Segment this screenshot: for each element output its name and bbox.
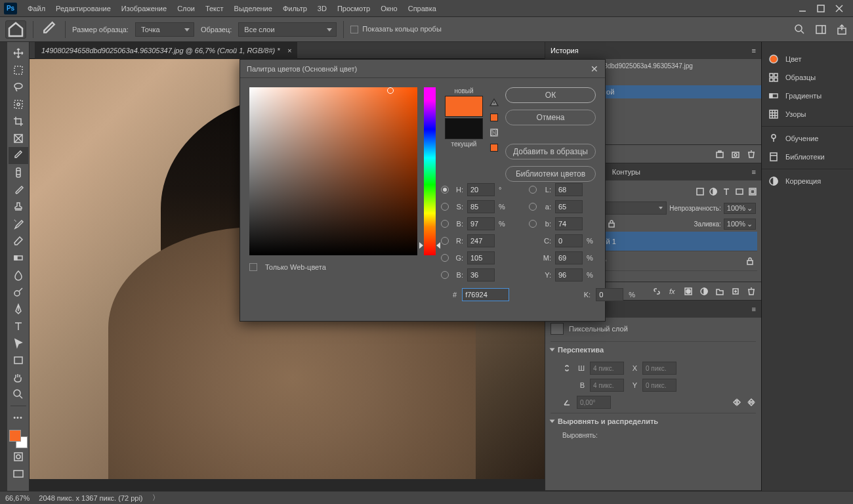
opacity-input[interactable]: 100%⌄: [724, 203, 756, 214]
link-dims-icon[interactable]: [562, 364, 572, 373]
menu-3d[interactable]: 3D: [312, 2, 332, 15]
filter-type-icon[interactable]: [722, 187, 731, 196]
menu-view[interactable]: Просмотр: [332, 2, 375, 15]
healing-tool[interactable]: [9, 164, 28, 181]
eraser-tool[interactable]: [9, 232, 28, 249]
dodge-tool[interactable]: [9, 284, 28, 301]
gamut-color-swatch[interactable]: [490, 114, 498, 121]
zoom-tool[interactable]: [9, 386, 28, 403]
k-input[interactable]: [596, 288, 623, 301]
blur-tool[interactable]: [9, 266, 28, 284]
quick-select-tool[interactable]: [9, 96, 28, 113]
g-radio[interactable]: [441, 254, 449, 262]
bri-radio[interactable]: [441, 220, 449, 228]
flip-h-icon[interactable]: [732, 398, 741, 407]
rail-learn[interactable]: Обучение: [762, 129, 853, 148]
angle-input[interactable]: [577, 396, 611, 409]
rail-patterns[interactable]: Узоры: [762, 105, 853, 123]
width-input[interactable]: [590, 362, 624, 375]
menu-edit[interactable]: Редактирование: [51, 2, 116, 15]
screen-mode-tool[interactable]: [9, 465, 28, 482]
sat-radio[interactable]: [441, 203, 449, 211]
path-select-tool[interactable]: [9, 335, 28, 352]
doc-info[interactable]: 2048 пикс. x 1367 пикс. (72 ppi): [39, 494, 142, 502]
dialog-close-icon[interactable]: ✕: [591, 64, 598, 74]
y-input[interactable]: [642, 379, 676, 392]
mask-icon[interactable]: [684, 287, 693, 296]
bb-input[interactable]: [467, 268, 495, 282]
maximize-button[interactable]: [816, 4, 825, 13]
edit-toolbar[interactable]: •••: [9, 409, 28, 426]
show-sampling-ring[interactable]: Показать кольцо пробы: [350, 25, 442, 33]
rail-adjustments[interactable]: Коррекция: [762, 172, 853, 190]
c-input[interactable]: [555, 234, 583, 247]
cancel-button[interactable]: Отмена: [505, 110, 596, 125]
hue-slider[interactable]: [424, 87, 436, 255]
panel-menu-icon[interactable]: ≡: [752, 168, 756, 176]
websafe-color-swatch[interactable]: [490, 144, 498, 152]
rail-swatches[interactable]: Образцы: [762, 68, 853, 87]
rail-gradients[interactable]: Градиенты: [762, 87, 853, 105]
menu-window[interactable]: Окно: [375, 2, 403, 15]
dialog-titlebar[interactable]: Палитра цветов (Основной цвет) ✕: [240, 60, 605, 78]
sat-input[interactable]: [467, 200, 495, 213]
filter-shape-icon[interactable]: [735, 187, 744, 196]
home-button[interactable]: [5, 20, 26, 39]
trash-icon[interactable]: [747, 150, 756, 159]
workspace-icon[interactable]: [815, 24, 827, 35]
fill-input[interactable]: 100%⌄: [724, 219, 756, 230]
search-icon[interactable]: [794, 24, 806, 35]
stamp-tool[interactable]: [9, 198, 28, 215]
close-tab-icon[interactable]: ×: [287, 47, 291, 54]
menu-filter[interactable]: Фильтр: [278, 2, 312, 15]
menu-layers[interactable]: Слои: [172, 2, 200, 15]
add-swatch-button[interactable]: Добавить в образцы: [505, 144, 596, 159]
menu-type[interactable]: Текст: [200, 2, 229, 15]
collapse-strip-left[interactable]: [0, 42, 7, 491]
camera-icon[interactable]: [731, 150, 740, 159]
r-radio[interactable]: [441, 237, 449, 245]
menu-image[interactable]: Изображение: [116, 2, 172, 15]
hue-radio[interactable]: [441, 186, 449, 194]
lasso-tool[interactable]: [9, 79, 28, 96]
fx-icon[interactable]: fx: [668, 287, 677, 296]
share-icon[interactable]: [836, 24, 848, 35]
panel-menu-icon[interactable]: ≡: [752, 47, 756, 54]
filter-adjust-icon[interactable]: [709, 187, 718, 196]
perspective-section[interactable]: Перспектива: [551, 341, 756, 358]
new-snapshot-icon[interactable]: [715, 150, 724, 159]
eyedropper-tool[interactable]: [9, 147, 28, 164]
filter-pixel-icon[interactable]: [696, 187, 705, 196]
new-layer-icon[interactable]: [731, 287, 740, 296]
shape-tool[interactable]: [9, 352, 28, 369]
height-input[interactable]: [590, 379, 624, 392]
history-brush-tool[interactable]: [9, 215, 28, 232]
move-tool[interactable]: [9, 45, 28, 62]
adjustment-icon[interactable]: [699, 287, 709, 296]
ok-button[interactable]: ОК: [505, 87, 596, 103]
rail-libraries[interactable]: Библиотеки: [762, 148, 853, 166]
flip-v-icon[interactable]: [747, 398, 756, 407]
rail-color[interactable]: Цвет: [762, 50, 853, 68]
frame-tool[interactable]: [9, 130, 28, 147]
link-layers-icon[interactable]: [652, 287, 661, 296]
crop-tool[interactable]: [9, 113, 28, 130]
b-input[interactable]: [555, 217, 583, 230]
sv-marker[interactable]: [387, 87, 394, 94]
m-input[interactable]: [555, 251, 583, 264]
history-tab[interactable]: История: [551, 45, 579, 56]
type-tool[interactable]: [9, 318, 28, 335]
x-input[interactable]: [642, 362, 676, 375]
filter-smart-icon[interactable]: [748, 187, 757, 196]
menu-help[interactable]: Справка: [403, 2, 442, 15]
l-radio[interactable]: [529, 186, 537, 194]
a-input[interactable]: [555, 200, 583, 213]
group-icon[interactable]: [715, 287, 724, 296]
menu-select[interactable]: Выделение: [229, 2, 278, 15]
current-color-swatch[interactable]: [445, 118, 483, 139]
hand-tool[interactable]: [9, 369, 28, 386]
lock-all-icon[interactable]: [607, 219, 616, 228]
document-tab[interactable]: 149080294658dbd9025063a4.96305347.jpg @ …: [35, 42, 297, 59]
marquee-tool[interactable]: [9, 62, 28, 79]
b-radio[interactable]: [529, 220, 537, 228]
